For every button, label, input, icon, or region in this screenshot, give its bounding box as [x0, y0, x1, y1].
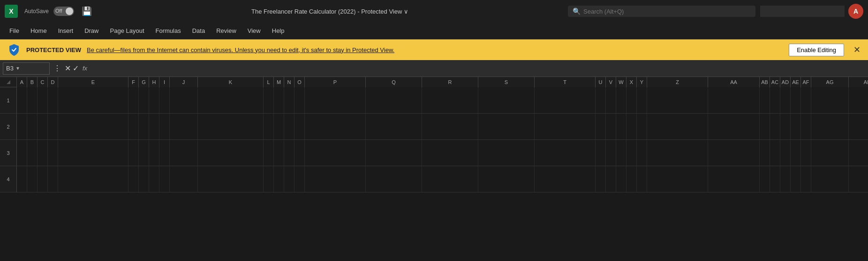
- cell-ae4[interactable]: [791, 166, 801, 192]
- formula-more-icon[interactable]: ⋮: [53, 64, 61, 73]
- menu-item-help[interactable]: Help: [267, 25, 289, 36]
- cell-t4[interactable]: [535, 166, 596, 192]
- select-all-button[interactable]: [0, 77, 17, 87]
- col-header-u[interactable]: U: [596, 77, 606, 87]
- cell-c3[interactable]: [38, 140, 48, 166]
- cell-af1[interactable]: [801, 87, 811, 113]
- menu-item-view[interactable]: View: [243, 25, 265, 36]
- cell-ac4[interactable]: [770, 166, 780, 192]
- cell-o1[interactable]: [294, 87, 305, 113]
- menu-item-insert[interactable]: Insert: [53, 25, 78, 36]
- cell-u2[interactable]: [596, 114, 606, 139]
- col-header-d[interactable]: D: [48, 77, 58, 87]
- cell-p2[interactable]: [305, 114, 366, 139]
- cell-z1[interactable]: [647, 87, 708, 113]
- cell-s1[interactable]: [478, 87, 535, 113]
- col-header-ae[interactable]: AE: [791, 77, 801, 87]
- col-header-af[interactable]: AF: [801, 77, 811, 87]
- cell-l2[interactable]: [264, 114, 274, 139]
- cell-z4[interactable]: [647, 166, 708, 192]
- cell-af2[interactable]: [801, 114, 811, 139]
- col-header-ah[interactable]: AH: [849, 77, 868, 87]
- col-header-m[interactable]: M: [274, 77, 284, 87]
- col-header-z[interactable]: Z: [647, 77, 708, 87]
- cell-a3[interactable]: [17, 140, 27, 166]
- cell-t1[interactable]: [535, 87, 596, 113]
- cell-h2[interactable]: [149, 114, 159, 139]
- col-header-ad[interactable]: AD: [780, 77, 791, 87]
- cell-n3[interactable]: [284, 140, 294, 166]
- cell-v2[interactable]: [606, 114, 616, 139]
- cell-ad4[interactable]: [780, 166, 791, 192]
- col-header-o[interactable]: O: [294, 77, 305, 87]
- cell-k2[interactable]: [198, 114, 264, 139]
- cell-aa2[interactable]: [708, 114, 760, 139]
- cell-b2[interactable]: [27, 114, 38, 139]
- cell-b4[interactable]: [27, 166, 38, 192]
- cell-ag3[interactable]: [811, 140, 849, 166]
- col-header-s[interactable]: S: [478, 77, 535, 87]
- cell-i3[interactable]: [159, 140, 170, 166]
- formula-confirm-icon[interactable]: ✓: [73, 64, 79, 73]
- cell-ae2[interactable]: [791, 114, 801, 139]
- col-header-r[interactable]: R: [422, 77, 478, 87]
- cell-x1[interactable]: [626, 87, 637, 113]
- cell-ae3[interactable]: [791, 140, 801, 166]
- cell-k3[interactable]: [198, 140, 264, 166]
- cell-ah2[interactable]: [849, 114, 868, 139]
- cell-ad2[interactable]: [780, 114, 791, 139]
- cell-r4[interactable]: [422, 166, 478, 192]
- col-header-p[interactable]: P: [305, 77, 366, 87]
- cell-c1[interactable]: [38, 87, 48, 113]
- cell-g3[interactable]: [139, 140, 149, 166]
- cell-k1[interactable]: [198, 87, 264, 113]
- cell-e4[interactable]: [58, 166, 128, 192]
- col-header-x[interactable]: X: [626, 77, 637, 87]
- cell-j3[interactable]: [170, 140, 198, 166]
- cell-q2[interactable]: [366, 114, 422, 139]
- cell-o2[interactable]: [294, 114, 305, 139]
- cell-w2[interactable]: [616, 114, 626, 139]
- cell-ag1[interactable]: [811, 87, 849, 113]
- cell-o3[interactable]: [294, 140, 305, 166]
- cell-ah3[interactable]: [849, 140, 868, 166]
- col-header-i[interactable]: I: [159, 77, 170, 87]
- close-protected-view-icon[interactable]: ✕: [853, 45, 860, 55]
- cell-r2[interactable]: [422, 114, 478, 139]
- cell-ag4[interactable]: [811, 166, 849, 192]
- cell-ac3[interactable]: [770, 140, 780, 166]
- cell-af4[interactable]: [801, 166, 811, 192]
- col-header-aa[interactable]: AA: [708, 77, 760, 87]
- cell-i2[interactable]: [159, 114, 170, 139]
- cell-a4[interactable]: [17, 166, 27, 192]
- menu-item-data[interactable]: Data: [188, 25, 210, 36]
- cell-x4[interactable]: [626, 166, 637, 192]
- cell-v4[interactable]: [606, 166, 616, 192]
- cell-ab1[interactable]: [760, 87, 770, 113]
- col-header-v[interactable]: V: [606, 77, 616, 87]
- cell-j1[interactable]: [170, 87, 198, 113]
- cell-v1[interactable]: [606, 87, 616, 113]
- cell-aa1[interactable]: [708, 87, 760, 113]
- cell-ad3[interactable]: [780, 140, 791, 166]
- cell-n1[interactable]: [284, 87, 294, 113]
- menu-item-page layout[interactable]: Page Layout: [106, 25, 149, 36]
- formula-input[interactable]: [91, 60, 865, 77]
- cell-ah1[interactable]: [849, 87, 868, 113]
- cell-r3[interactable]: [422, 140, 478, 166]
- cell-f1[interactable]: [128, 87, 139, 113]
- cell-i4[interactable]: [159, 166, 170, 192]
- cell-m4[interactable]: [274, 166, 284, 192]
- formula-cancel-icon[interactable]: ✕: [65, 64, 71, 73]
- col-header-y[interactable]: Y: [637, 77, 647, 87]
- cell-f4[interactable]: [128, 166, 139, 192]
- col-header-q[interactable]: Q: [366, 77, 422, 87]
- cell-o4[interactable]: [294, 166, 305, 192]
- cell-g4[interactable]: [139, 166, 149, 192]
- cell-w1[interactable]: [616, 87, 626, 113]
- cell-h1[interactable]: [149, 87, 159, 113]
- cell-ac2[interactable]: [770, 114, 780, 139]
- cell-e3[interactable]: [58, 140, 128, 166]
- cell-s2[interactable]: [478, 114, 535, 139]
- cell-y3[interactable]: [637, 140, 647, 166]
